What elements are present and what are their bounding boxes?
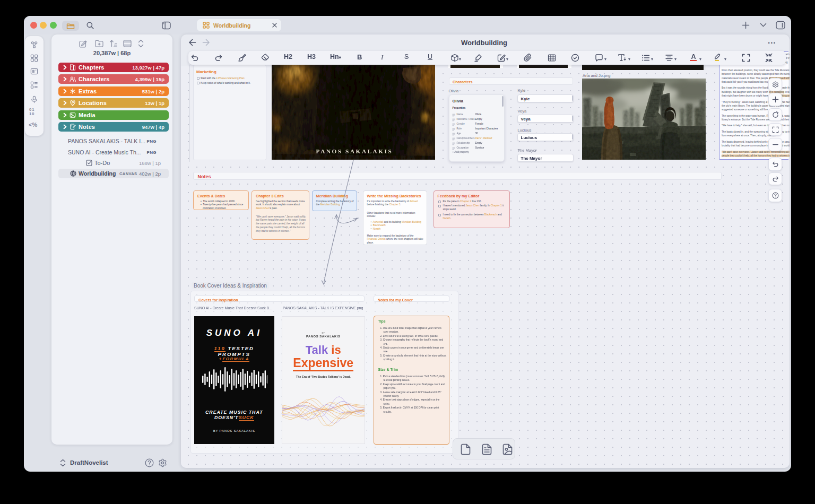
svg-text:PANOS SAKALAKIS: PANOS SAKALAKIS [316,148,393,154]
